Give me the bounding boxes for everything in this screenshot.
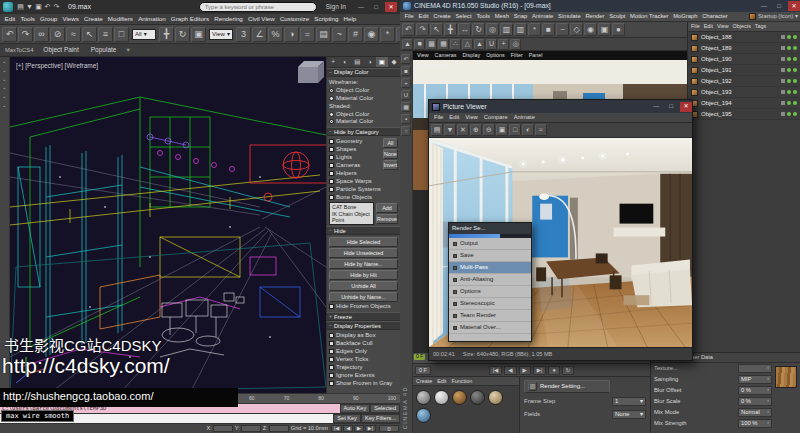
key-filters-button[interactable]: Key Filters...: [361, 414, 400, 423]
enable-axis-icon[interactable]: +: [498, 39, 509, 50]
menu-item[interactable]: Edit: [416, 13, 431, 20]
texture-mode-icon[interactable]: ▩: [426, 39, 437, 50]
angle-snap-icon[interactable]: ∠: [252, 27, 267, 42]
rollout-freeze[interactable]: +Freeze: [327, 312, 400, 321]
camera-icon[interactable]: ▣: [598, 23, 611, 36]
checkbox[interactable]: [329, 155, 334, 160]
minimize-button[interactable]: —: [355, 2, 367, 12]
menu-item[interactable]: Compare: [481, 114, 511, 121]
hide-button[interactable]: Hide Selected: [329, 237, 398, 247]
render-settings-category[interactable]: Stereoscopic: [449, 298, 531, 310]
material-thumb[interactable]: [416, 390, 431, 405]
c4d-app-icon[interactable]: [403, 2, 411, 10]
close-button[interactable]: ✕: [788, 1, 800, 11]
shaded-material-color-radio[interactable]: [329, 119, 334, 124]
object-visibility-dots[interactable]: [781, 57, 797, 61]
render-setup-icon[interactable]: *: [380, 27, 395, 42]
menu-item[interactable]: Animation: [136, 15, 169, 22]
zoom-out-icon[interactable]: ⊖: [483, 124, 495, 136]
object-visibility-dots[interactable]: [781, 46, 797, 50]
viewport-menu-item[interactable]: Cameras: [435, 52, 457, 58]
axis-strip-icon[interactable]: +: [401, 78, 411, 88]
rollout-hide-by-category[interactable]: −Hide by Category: [327, 127, 400, 136]
object-row[interactable]: Object_192: [688, 76, 800, 87]
category-checkbox-row[interactable]: Helpers: [329, 170, 381, 177]
live-selection-icon[interactable]: ↖: [430, 23, 443, 36]
remove-category-button[interactable]: Remove: [376, 214, 398, 224]
snap-toggle-icon[interactable]: 3: [236, 27, 251, 42]
material-menu-item[interactable]: Edit: [437, 378, 446, 384]
display-property-row[interactable]: Vertex Ticks: [329, 356, 398, 363]
add-cube-icon[interactable]: ■: [542, 23, 555, 36]
menu-item[interactable]: Create: [431, 13, 453, 20]
unhide-button[interactable]: Unhide by Name...: [329, 292, 398, 302]
undo-strip-icon[interactable]: ↶: [401, 54, 411, 64]
histogram-icon[interactable]: ≈: [535, 124, 547, 136]
menu-item[interactable]: Animate: [511, 114, 538, 121]
object-visibility-dots[interactable]: [781, 101, 797, 105]
ribbon-tab[interactable]: Populate: [91, 46, 117, 53]
object-row[interactable]: Object_195: [688, 109, 800, 120]
menu-item[interactable]: Modifiers: [105, 15, 135, 22]
material-editor-icon[interactable]: ◉: [364, 27, 379, 42]
object-manager-menu-item[interactable]: Edit: [704, 23, 713, 29]
current-time-field[interactable]: 0: [379, 425, 399, 432]
material-thumb[interactable]: [470, 390, 485, 405]
material-menu-item[interactable]: Function: [451, 378, 472, 384]
motion-tab-icon[interactable]: ◑: [364, 57, 376, 67]
move-tool-icon[interactable]: ╋: [444, 23, 457, 36]
max-app-icon[interactable]: [3, 2, 13, 12]
new-scene-icon[interactable]: ▤: [16, 3, 25, 12]
object-row[interactable]: Object_189: [688, 43, 800, 54]
playback-button[interactable]: ◀: [504, 366, 516, 375]
edges-mode-icon[interactable]: △: [462, 39, 473, 50]
hierarchy-tab-icon[interactable]: ▤: [351, 57, 363, 67]
wireframe-object-color-radio[interactable]: [329, 88, 334, 93]
save-file-icon[interactable]: ▣: [34, 3, 43, 12]
maximize-button[interactable]: □: [773, 1, 785, 11]
docked-toolbar-icon[interactable]: ▪: [4, 78, 6, 84]
checkbox[interactable]: [329, 333, 334, 338]
menu-item[interactable]: Edit: [446, 114, 462, 121]
modify-tab-icon[interactable]: ◐: [339, 57, 351, 67]
menu-item[interactable]: Motion Tracker: [628, 13, 671, 20]
rollout-display-properties[interactable]: −Display Properties: [327, 321, 400, 330]
select-move-icon[interactable]: ╋: [159, 27, 174, 42]
menu-item[interactable]: View: [462, 114, 480, 121]
category-list-item[interactable]: IK Chain Object: [331, 211, 372, 217]
object-manager-menu-item[interactable]: Objects: [733, 23, 751, 29]
current-frame-marker[interactable]: 0 F: [414, 354, 425, 360]
unlink-icon[interactable]: ⊘: [50, 27, 65, 42]
category-checkbox-row[interactable]: Geometry: [329, 138, 381, 145]
category-checkbox-row[interactable]: Cameras: [329, 162, 381, 169]
object-visibility-dots[interactable]: [781, 79, 797, 83]
render-settings-category[interactable]: Team Render: [449, 310, 531, 322]
category-list-item[interactable]: Point: [331, 217, 372, 223]
docked-toolbar-icon[interactable]: ▪: [4, 60, 6, 66]
create-tab-icon[interactable]: +: [327, 57, 339, 67]
fit-image-icon[interactable]: ▣: [496, 124, 508, 136]
playback-button[interactable]: ▶|: [533, 366, 547, 375]
unhide-button[interactable]: Unhide All: [329, 281, 398, 291]
checkbox[interactable]: [329, 341, 334, 346]
select-link-icon[interactable]: ∞: [34, 27, 49, 42]
minimize-button[interactable]: —: [650, 102, 662, 112]
add-category-button[interactable]: Add: [376, 203, 398, 213]
display-property-row[interactable]: Ignore Extents: [329, 372, 398, 379]
sign-in-link[interactable]: Sign In: [326, 3, 346, 10]
menu-item[interactable]: Character: [700, 13, 730, 20]
menu-item[interactable]: Graph Editors: [168, 15, 211, 22]
render-settings-category[interactable]: Save: [449, 250, 531, 262]
schematic-view-icon[interactable]: #: [348, 27, 363, 42]
zoom-in-icon[interactable]: ⊕: [470, 124, 482, 136]
category-checkbox-row[interactable]: Particle Systems: [329, 186, 381, 193]
playback-button[interactable]: ▶|: [365, 425, 376, 433]
model-mode-icon[interactable]: ■: [414, 39, 425, 50]
checkbox[interactable]: [329, 373, 334, 378]
mograph-icon[interactable]: ◇: [570, 23, 583, 36]
polygons-mode-icon[interactable]: ▲: [474, 39, 485, 50]
docked-toolbar-icon[interactable]: ▪: [4, 104, 6, 110]
playback-button[interactable]: ●: [548, 366, 559, 375]
menu-item[interactable]: Help: [341, 15, 359, 22]
points-mode-icon[interactable]: ∴: [450, 39, 461, 50]
